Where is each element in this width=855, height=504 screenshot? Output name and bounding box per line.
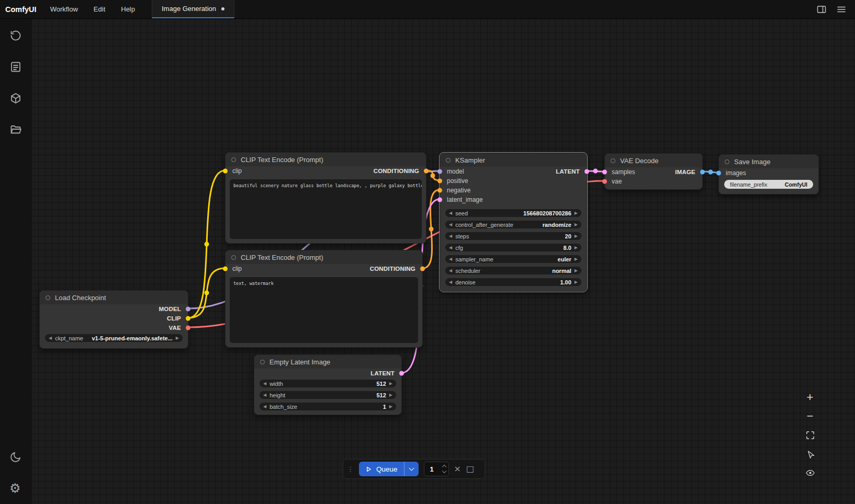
increment-icon[interactable]: ▶ bbox=[575, 246, 578, 250]
collapse-toggle-icon[interactable] bbox=[611, 158, 615, 163]
prompt-textarea[interactable]: text, watermark bbox=[230, 277, 418, 343]
increment-icon[interactable]: ▶ bbox=[575, 234, 578, 238]
node-empty-latent-image[interactable]: Empty Latent Image LATENT ◀ width 512 ▶ … bbox=[254, 354, 402, 415]
widget-filename-prefix[interactable]: filename_prefix ComfyUI bbox=[724, 180, 813, 189]
decrement-icon[interactable]: ◀ bbox=[449, 211, 452, 215]
output-slot-vae[interactable] bbox=[186, 326, 190, 330]
output-slot-latent[interactable] bbox=[399, 371, 404, 376]
menu-workflow[interactable]: Workflow bbox=[50, 5, 78, 13]
node-graph-canvas[interactable]: Load Checkpoint MODEL CLIP VAE ◀ ckpt_na… bbox=[31, 19, 855, 504]
collapse-toggle-icon[interactable] bbox=[46, 295, 50, 300]
decrement-icon[interactable]: ◀ bbox=[49, 336, 52, 340]
tab-image-generation[interactable]: Image Generation bbox=[152, 0, 234, 18]
input-slot-clip[interactable] bbox=[223, 267, 228, 271]
hamburger-menu-icon[interactable] bbox=[836, 4, 847, 15]
decrement-icon[interactable]: ◀ bbox=[449, 234, 452, 238]
widget-batch-size[interactable]: ◀ batch_size 1 ▶ bbox=[260, 403, 396, 410]
collapse-toggle-icon[interactable] bbox=[725, 159, 729, 164]
widget-ckpt-name[interactable]: ◀ ckpt_name v1-5-pruned-emaonly.safete..… bbox=[45, 334, 183, 342]
widget-height[interactable]: ◀ height 512 ▶ bbox=[260, 391, 396, 399]
node-save-image[interactable]: Save Image images filename_prefix ComfyU… bbox=[718, 154, 819, 194]
node-header[interactable]: CLIP Text Encode (Prompt) bbox=[226, 153, 426, 166]
input-slot-vae[interactable] bbox=[602, 179, 607, 184]
output-slot-conditioning[interactable] bbox=[424, 169, 429, 174]
output-slot-image[interactable] bbox=[700, 170, 705, 175]
queue-options-dropdown[interactable] bbox=[404, 462, 419, 476]
input-slot-images[interactable] bbox=[716, 171, 721, 176]
increment-icon[interactable]: ▶ bbox=[389, 393, 392, 397]
zoom-out-icon[interactable]: − bbox=[803, 409, 817, 423]
model-library-icon[interactable] bbox=[9, 92, 22, 105]
output-slot-latent[interactable] bbox=[584, 169, 589, 174]
increment-icon[interactable]: ▶ bbox=[389, 405, 392, 409]
panel-toggle-icon[interactable] bbox=[816, 4, 827, 15]
increment-icon[interactable]: ▶ bbox=[575, 257, 578, 261]
stop-icon[interactable]: □ bbox=[466, 465, 474, 473]
decrement-icon[interactable]: ◀ bbox=[449, 257, 452, 261]
widget-seed[interactable]: ◀ seed 156680208700286 ▶ bbox=[445, 209, 581, 217]
input-slot-latent-image[interactable] bbox=[437, 198, 442, 202]
node-header[interactable]: Load Checkpoint bbox=[40, 291, 188, 304]
decrement-icon[interactable]: ◀ bbox=[449, 246, 452, 250]
collapse-toggle-icon[interactable] bbox=[231, 255, 236, 260]
decrement-icon[interactable]: ◀ bbox=[449, 280, 452, 284]
node-clip-text-encode-negative[interactable]: CLIP Text Encode (Prompt) clip CONDITION… bbox=[225, 250, 423, 348]
output-slot-conditioning[interactable] bbox=[420, 267, 425, 271]
drag-handle-icon[interactable]: ⋮ bbox=[347, 466, 354, 473]
increment-icon[interactable]: ▶ bbox=[575, 211, 578, 215]
node-header[interactable]: CLIP Text Encode (Prompt) bbox=[226, 250, 422, 264]
settings-gear-icon[interactable]: ⚙ bbox=[9, 482, 22, 495]
select-mode-icon[interactable] bbox=[803, 446, 817, 461]
node-clip-text-encode-positive[interactable]: CLIP Text Encode (Prompt) clip CONDITION… bbox=[225, 152, 426, 244]
increment-icon[interactable]: ▶ bbox=[575, 223, 578, 227]
toggle-link-visibility-eye-icon[interactable] bbox=[803, 465, 817, 480]
increment-icon[interactable]: ▶ bbox=[389, 382, 392, 386]
theme-toggle-moon-icon[interactable] bbox=[9, 451, 22, 463]
menu-edit[interactable]: Edit bbox=[94, 5, 105, 13]
node-header[interactable]: Empty Latent Image bbox=[254, 355, 401, 369]
widget-steps[interactable]: ◀ steps 20 ▶ bbox=[445, 232, 581, 240]
decrement-icon[interactable]: ◀ bbox=[263, 405, 266, 409]
zoom-in-icon[interactable]: + bbox=[803, 390, 817, 405]
history-icon[interactable] bbox=[9, 29, 22, 42]
node-load-checkpoint[interactable]: Load Checkpoint MODEL CLIP VAE ◀ ckpt_na… bbox=[39, 290, 188, 349]
widget-sampler-name[interactable]: ◀ sampler_name euler ▶ bbox=[445, 255, 581, 263]
batch-count-input[interactable]: 1 bbox=[424, 462, 449, 476]
queue-button[interactable]: Queue bbox=[359, 462, 419, 476]
node-vae-decode[interactable]: VAE Decode samples IMAGE vae bbox=[604, 153, 703, 190]
workflows-folder-icon[interactable] bbox=[9, 123, 22, 136]
node-ksampler[interactable]: KSampler model LATENT positive negative … bbox=[440, 153, 587, 292]
collapse-toggle-icon[interactable] bbox=[446, 158, 451, 163]
decrement-icon[interactable]: ◀ bbox=[263, 393, 266, 397]
increment-icon[interactable]: ▶ bbox=[176, 336, 179, 340]
node-header[interactable]: VAE Decode bbox=[605, 154, 702, 167]
input-slot-samples[interactable] bbox=[602, 170, 607, 175]
fit-view-icon[interactable] bbox=[803, 428, 817, 442]
output-slot-model[interactable] bbox=[186, 307, 190, 312]
collapse-toggle-icon[interactable] bbox=[260, 360, 265, 364]
prompt-textarea[interactable]: beautiful scenery nature glass bottle la… bbox=[230, 179, 422, 239]
node-header[interactable]: Save Image bbox=[719, 155, 818, 168]
widget-cfg[interactable]: ◀ cfg 8.0 ▶ bbox=[445, 244, 581, 251]
input-slot-positive[interactable] bbox=[437, 179, 442, 184]
collapse-toggle-icon[interactable] bbox=[231, 157, 236, 162]
decrement-icon[interactable] bbox=[442, 469, 446, 473]
input-slot-negative[interactable] bbox=[437, 188, 442, 193]
input-slot-clip[interactable] bbox=[223, 169, 228, 174]
app-logo[interactable]: ComfyUI bbox=[0, 0, 45, 18]
clear-queue-icon[interactable]: × bbox=[454, 465, 461, 473]
node-library-icon[interactable] bbox=[9, 61, 22, 73]
output-slot-clip[interactable] bbox=[186, 316, 190, 321]
widget-control-after-generate[interactable]: ◀ control_after_generate randomize ▶ bbox=[445, 221, 581, 228]
decrement-icon[interactable]: ◀ bbox=[449, 223, 452, 227]
decrement-icon[interactable]: ◀ bbox=[263, 382, 266, 386]
node-header[interactable]: KSampler bbox=[440, 153, 587, 167]
increment-icon[interactable]: ▶ bbox=[575, 269, 578, 273]
input-slot-model[interactable] bbox=[437, 169, 442, 174]
widget-scheduler[interactable]: ◀ scheduler normal ▶ bbox=[445, 267, 581, 274]
increment-icon[interactable]: ▶ bbox=[575, 280, 578, 284]
widget-width[interactable]: ◀ width 512 ▶ bbox=[260, 380, 396, 387]
widget-denoise[interactable]: ◀ denoise 1.00 ▶ bbox=[445, 278, 581, 286]
menu-help[interactable]: Help bbox=[121, 5, 135, 13]
decrement-icon[interactable]: ◀ bbox=[449, 269, 452, 273]
